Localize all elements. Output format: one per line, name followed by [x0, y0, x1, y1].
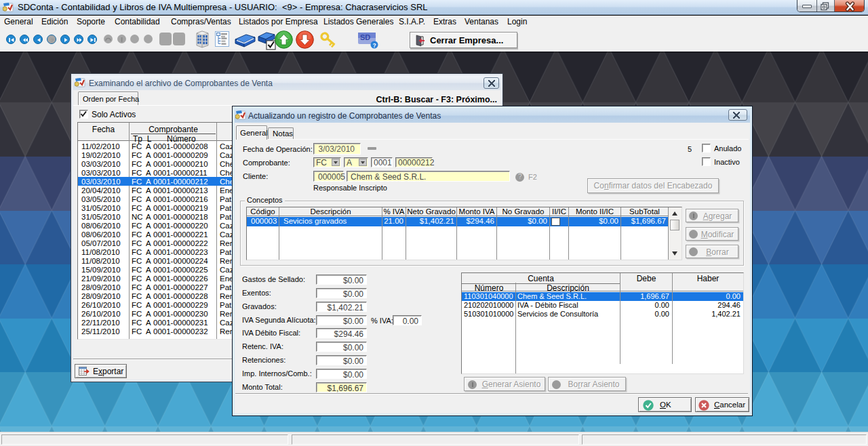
- svg-text:?: ?: [51, 37, 54, 43]
- svg-text:?: ?: [373, 42, 376, 49]
- svg-text:SD: SD: [360, 33, 370, 41]
